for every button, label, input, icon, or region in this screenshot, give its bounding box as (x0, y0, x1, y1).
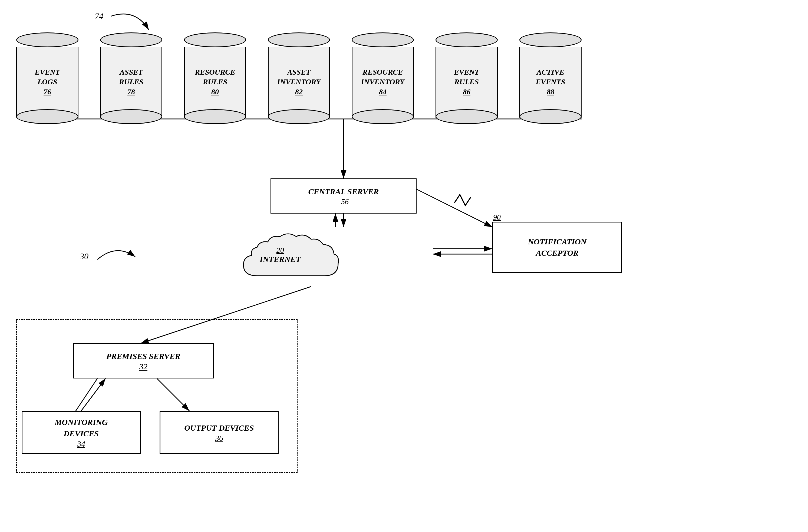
ref-30: 30 (80, 251, 89, 261)
internet-number: 20 (260, 246, 301, 255)
db-event-rules-body: EVENTRULES86 (436, 47, 498, 118)
monitoring-devices-number: 34 (77, 439, 85, 449)
db-resource-rules: RESOURCERULES80 (184, 33, 246, 118)
notification-acceptor-ref: 90 (493, 213, 501, 222)
ref-74: 74 (95, 11, 103, 21)
db-asset-inventory-number: 82 (295, 88, 303, 96)
db-asset-rules-label: ASSETRULES78 (116, 67, 146, 97)
db-event-logs-number: 76 (43, 88, 51, 96)
internet-cloud: 20 INTERNET (235, 227, 344, 288)
db-resource-inventory-number: 84 (379, 88, 387, 96)
db-resource-rules-label: RESOURCERULES80 (192, 67, 238, 97)
db-active-events: ACTIVEEVENTS88 (519, 33, 582, 118)
output-devices-box: OUTPUT DEVICES 36 (160, 411, 279, 454)
db-resource-rules-bottom (184, 109, 246, 124)
db-active-events-body: ACTIVEEVENTS88 (519, 47, 582, 118)
db-event-logs-body: EVENTLOGS76 (16, 47, 78, 118)
db-event-logs: EVENTLOGS76 (16, 33, 78, 118)
db-asset-rules: ASSETRULES78 (100, 33, 162, 118)
monitoring-devices-label: MONITORINGDEVICES (55, 417, 108, 439)
notification-acceptor-label: NOTIFICATIONACCEPTOR (528, 236, 587, 259)
db-resource-inventory-top (352, 33, 414, 47)
output-devices-label: OUTPUT DEVICES (184, 422, 254, 434)
db-asset-rules-number: 78 (127, 88, 135, 96)
db-event-rules-top (436, 33, 498, 47)
db-resource-rules-top (184, 33, 246, 47)
output-devices-number: 36 (215, 434, 223, 443)
db-resource-inventory-body: RESOURCEINVENTORY84 (352, 47, 414, 118)
db-asset-rules-bottom (100, 109, 162, 124)
db-event-rules-bottom (436, 109, 498, 124)
db-active-events-number: 88 (547, 88, 554, 96)
premises-server-box: PREMISES SERVER 32 (73, 343, 214, 378)
db-resource-inventory: RESOURCEINVENTORY84 (352, 33, 414, 118)
premises-server-number: 32 (139, 362, 147, 371)
db-active-events-label: ACTIVEEVENTS88 (533, 67, 568, 97)
db-asset-inventory-top (268, 33, 330, 47)
diagram: 74 30 EVENTLOGS76 ASSETRULES78 RESOURCER… (0, 0, 808, 532)
db-event-logs-label: EVENTLOGS76 (32, 67, 62, 97)
db-active-events-bottom (519, 109, 582, 124)
db-event-rules-label: EVENTRULES86 (451, 67, 482, 97)
premises-server-label: PREMISES SERVER (106, 350, 180, 362)
internet-label: INTERNET (260, 255, 301, 264)
db-asset-inventory-label: ASSETINVENTORY82 (275, 67, 324, 97)
monitoring-devices-box: MONITORINGDEVICES 34 (22, 411, 141, 454)
db-asset-inventory: ASSETINVENTORY82 (268, 33, 330, 118)
db-event-rules: EVENTRULES86 (436, 33, 498, 118)
db-asset-rules-top (100, 33, 162, 47)
db-event-rules-number: 86 (463, 88, 471, 96)
db-asset-rules-body: ASSETRULES78 (100, 47, 162, 118)
internet-label-container: 20 INTERNET (260, 246, 301, 264)
central-server-box: CENTRAL SERVER 56 (271, 178, 417, 213)
central-server-label: CENTRAL SERVER (308, 186, 379, 197)
db-resource-rules-body: RESOURCERULES80 (184, 47, 246, 118)
db-resource-rules-number: 80 (211, 88, 219, 96)
db-asset-inventory-body: ASSETINVENTORY82 (268, 47, 330, 118)
svg-line-18 (417, 189, 492, 227)
db-resource-inventory-label: RESOURCEINVENTORY84 (359, 67, 407, 97)
notification-acceptor-box: 90 NOTIFICATIONACCEPTOR (492, 222, 622, 273)
db-asset-inventory-bottom (268, 109, 330, 124)
db-active-events-top (519, 33, 582, 47)
db-event-logs-bottom (16, 109, 78, 124)
db-event-logs-top (16, 33, 78, 47)
db-resource-inventory-bottom (352, 109, 414, 124)
central-server-number: 56 (341, 197, 349, 206)
